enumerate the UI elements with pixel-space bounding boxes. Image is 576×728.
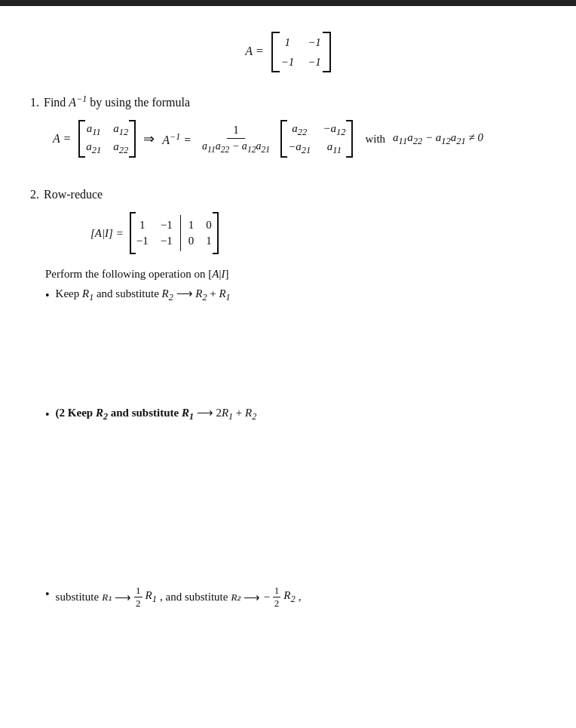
section2: 2. Row-reduce [A|I] = 1 −1 −1 −1 1 bbox=[30, 188, 546, 609]
cell-r2c2: −1 bbox=[308, 54, 321, 71]
spacer2 bbox=[30, 429, 546, 579]
aug-r-r2c1: 0 bbox=[188, 235, 195, 247]
b3-text1: substitute bbox=[56, 591, 100, 604]
bullet1: • Keep R1 and substitute R2 ⟶ R2 + R1 bbox=[45, 287, 546, 303]
aug-l-r2c2: −1 bbox=[161, 235, 173, 247]
top-bar bbox=[0, 0, 576, 6]
b3-R1-text: R1 bbox=[146, 589, 157, 605]
perform-text: Perform the following operation on [A|I] bbox=[45, 268, 546, 281]
s1-fraction: 1 a11a22 − a12a21 bbox=[199, 124, 273, 155]
b3-half2: 1 2 bbox=[273, 585, 281, 609]
bullet2-text: (2 Keep R2 and substitute R1 ⟶ 2R1 + R2 bbox=[56, 406, 257, 422]
b3-R2-text: R2 bbox=[283, 589, 295, 605]
s1-a12: a12 bbox=[113, 122, 128, 138]
aug-l-r1c1: 1 bbox=[139, 219, 146, 232]
aug-r-r1c1: 1 bbox=[188, 219, 195, 232]
bullet2: • (2 Keep R2 and substitute R1 ⟶ 2R1 + R… bbox=[45, 406, 546, 422]
section1-number: 1. bbox=[30, 96, 39, 109]
main-content: A = 1 −1 −1 −1 1. Find A−1 by using the … bbox=[0, 6, 576, 645]
half2-num: 1 bbox=[273, 585, 281, 597]
half2-den: 2 bbox=[273, 597, 281, 609]
bullet3: • substitute R₁ ⟶ 1 2 R1 , and substitut… bbox=[45, 585, 546, 609]
s1-a22: a22 bbox=[113, 140, 128, 156]
section2-title: 2. Row-reduce bbox=[30, 188, 546, 201]
implies-arrow: ⇒ bbox=[143, 131, 155, 147]
spacer1 bbox=[30, 309, 546, 400]
with-condition: a11a22 − a12a21 ≠ 0 bbox=[393, 131, 483, 147]
aug-r-r2c2: 1 bbox=[206, 235, 212, 247]
section2-title-text: Row-reduce bbox=[44, 188, 103, 201]
section1: 1. Find A−1 by using the formula A = a11… bbox=[30, 94, 546, 158]
bullet1-text: Keep R1 and substitute R2 ⟶ R2 + R1 bbox=[56, 287, 231, 303]
aug-matrix-row: [A|I] = 1 −1 −1 −1 1 0 0 1 bbox=[90, 212, 546, 254]
s1-frac-den: a11a22 − a12a21 bbox=[199, 139, 273, 155]
cell-r1c1: 1 bbox=[285, 34, 291, 51]
matrix-A-label: A = bbox=[245, 45, 263, 57]
half1-den: 2 bbox=[134, 597, 142, 609]
cell-r2c1: −1 bbox=[281, 54, 295, 71]
b3-arrow2: ⟶ bbox=[244, 591, 260, 604]
s1-b11: a22 bbox=[292, 122, 307, 138]
aug-label: [A|I] = bbox=[90, 227, 124, 240]
bullet1-dot: • bbox=[45, 289, 50, 303]
s1-b21: −a21 bbox=[288, 140, 311, 156]
s1-b22: a11 bbox=[327, 140, 342, 156]
s1-b12: −a12 bbox=[323, 122, 345, 138]
aug-l-r2c1: −1 bbox=[136, 235, 149, 247]
section1-formula: A = a11 a12 a21 a22 ⇒ A−1 = 1 a11a22 − a… bbox=[53, 120, 546, 158]
section1-title-text: Find A−1 by using the formula bbox=[44, 94, 190, 109]
s1-A-label: A = bbox=[53, 132, 71, 146]
s1-a11: a11 bbox=[87, 122, 101, 138]
half1-num: 1 bbox=[134, 585, 142, 597]
s1-Ainv-label: A−1 = bbox=[162, 131, 191, 147]
b3-R1-sup: R₁ bbox=[102, 591, 112, 604]
cell-r1c2: −1 bbox=[308, 34, 321, 51]
with-label: with bbox=[365, 133, 385, 146]
s1-frac-num: 1 bbox=[227, 124, 245, 139]
bullet3-dot: • bbox=[45, 588, 50, 601]
b3-R2-sup: R₂ bbox=[231, 591, 241, 604]
section2-number: 2. bbox=[30, 188, 39, 201]
b3-and: , and substitute bbox=[160, 591, 228, 604]
bullet3-text: substitute R₁ ⟶ 1 2 R1 , and substitute … bbox=[56, 585, 302, 609]
s1-a21: a21 bbox=[86, 140, 101, 156]
b3-minus: − bbox=[263, 591, 269, 604]
b3-arrow1: ⟶ bbox=[115, 591, 131, 604]
b3-comma: , bbox=[299, 591, 302, 604]
b3-half1: 1 2 bbox=[134, 585, 142, 609]
top-matrix-display: A = 1 −1 −1 −1 bbox=[30, 24, 546, 72]
section1-title: 1. Find A−1 by using the formula bbox=[30, 94, 546, 109]
bullet2-dot: • bbox=[45, 408, 50, 422]
aug-l-r1c2: −1 bbox=[161, 219, 173, 232]
aug-r-r1c2: 0 bbox=[206, 219, 212, 232]
